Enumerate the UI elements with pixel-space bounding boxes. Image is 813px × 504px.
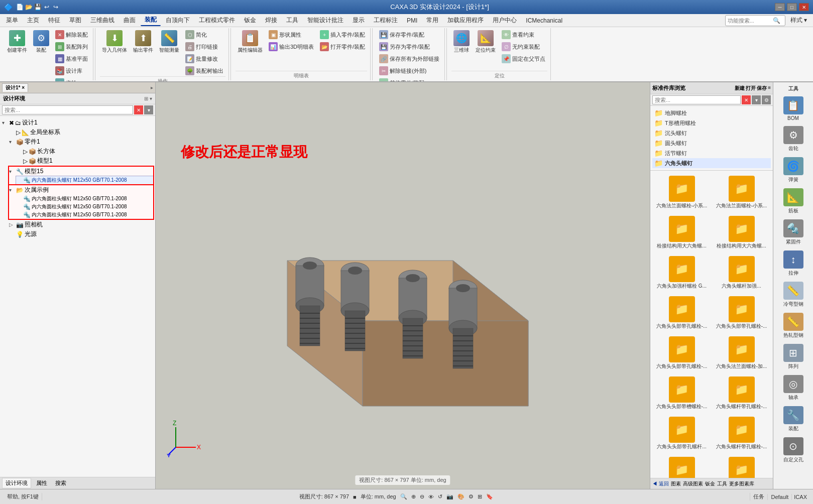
tree-node-bolt-2[interactable]: 🔩 内六角圆柱头螺钉 M12x50 GB/T70.1-2008	[16, 203, 153, 211]
parts-search-input[interactable]	[652, 95, 741, 104]
ribbon-btn-export-3d-detail[interactable]: 📊 输出3D明细表	[267, 41, 316, 52]
tool-btn-gear[interactable]: ⚙ 齿轮	[775, 124, 811, 154]
menu-样式[interactable]: 样式 ▾	[786, 15, 811, 26]
zoom-icon[interactable]: 🔍	[400, 493, 407, 500]
tree-node-bolt-1[interactable]: 🔩 内六角圆柱头螺钉 M12x50 GB/T70.1-2008	[16, 195, 153, 203]
parts-settings-btn[interactable]: ⚙	[762, 95, 771, 104]
menu-特征[interactable]: 特征	[44, 15, 64, 26]
ribbon-btn-export-part[interactable]: ⬆ 输出零件	[131, 29, 155, 54]
part-item-14[interactable]: 📁 六角头螺栓 六角螺栓-...	[653, 455, 710, 478]
folder-item-roundhead[interactable]: 📁圆头螺钉	[652, 138, 771, 148]
minimize-button[interactable]: ─	[775, 3, 785, 11]
menu-智能设计批注[interactable]: 智能设计批注	[303, 15, 347, 26]
part-item-13[interactable]: 📁 六角头螺杆带孔螺栓-...	[713, 415, 770, 452]
maximize-button[interactable]: □	[787, 3, 797, 11]
menu-主页[interactable]: 主页	[23, 15, 43, 26]
toolbar-open-icon[interactable]: 📂	[25, 3, 33, 11]
tool-btn-cold-steel[interactable]: 📏 冷弯型钢	[775, 280, 811, 310]
part-item-10[interactable]: 📁 六角头头部带槽螺栓-...	[653, 374, 710, 412]
menu-工具[interactable]: 工具	[282, 15, 302, 26]
ribbon-btn-import-geo[interactable]: ⬇ 导入几何体	[100, 29, 129, 54]
tree-node-model1[interactable]: ▷ 📦 模型1	[16, 156, 153, 166]
tree-node-light[interactable]: 💡 光源	[9, 229, 153, 239]
part-item-7[interactable]: 📁 六角头头部带孔螺栓-...	[713, 294, 770, 331]
menu-三维曲线[interactable]: 三维曲线	[86, 15, 119, 26]
snap-icon[interactable]: 🔖	[486, 493, 493, 500]
design-tab[interactable]: 设计1* ×	[2, 83, 28, 92]
tree-node-sub-example[interactable]: ▾ 📂 次属示例	[9, 185, 153, 195]
tree-search-clear-btn[interactable]: ✕	[134, 105, 143, 114]
panel-float-icon[interactable]: ⊞ ▾	[144, 96, 152, 101]
ribbon-btn-fix-parent2[interactable]: 📌 固定在父节点	[500, 53, 547, 64]
settings-icon2[interactable]: ⚙	[469, 493, 474, 500]
toolbar-redo-icon[interactable]: ↪	[52, 3, 60, 11]
part-item-1[interactable]: 📁 六角法兰面螺栓-小系...	[713, 174, 770, 211]
menu-ICMechanical[interactable]: ICMechanical	[522, 16, 566, 25]
ribbon-btn-create-part[interactable]: ✚ 创建零件	[5, 29, 29, 54]
tool-btn-extrude[interactable]: ↕ 拉伸	[775, 248, 811, 279]
tab-design-env[interactable]: 设计环境	[2, 478, 31, 488]
menu-用户中心[interactable]: 用户中心	[489, 15, 521, 26]
parts-back-btn[interactable]: ◀ 返回	[652, 480, 669, 487]
parts-filter-btn[interactable]: ▾	[752, 95, 761, 104]
ribbon-btn-batch-edit[interactable]: 📝 批量修改	[183, 53, 225, 64]
ribbon-btn-saveas-assembly[interactable]: 💾 另存为零件/装配	[377, 41, 432, 52]
tree-node-root[interactable]: ▾ ✖ 🗂 设计1	[2, 118, 153, 128]
right-panel-new-btn[interactable]: 新建	[735, 85, 745, 92]
ribbon-btn-view-constraint[interactable]: 👁 查看约束	[500, 29, 547, 40]
menu-工程模式零件[interactable]: 工程模式零件	[195, 15, 239, 26]
right-panel-open-btn[interactable]: 打开	[746, 85, 756, 92]
ribbon-search-box[interactable]: 🔍	[725, 15, 785, 26]
toolbar-undo-icon[interactable]: ↩	[43, 3, 51, 11]
ribbon-btn-open-part[interactable]: 📂 打开零件/装配	[318, 41, 367, 52]
ribbon-btn-shape-prop[interactable]: ▣ 形状属性	[267, 29, 316, 40]
ribbon-btn-no-constraint[interactable]: ∅ 无约束装配	[500, 41, 547, 52]
ribbon-btn-lib[interactable]: 📚 设计库	[53, 65, 90, 76]
part-item-5[interactable]: 📁 六角头螺杆加强...	[713, 254, 770, 291]
tree-node-bolt-3[interactable]: 🔩 内六角圆柱头螺钉 M12x50 GB/T70.1-2008	[16, 211, 153, 219]
viewport[interactable]: 修改后还是正常显现	[156, 82, 650, 489]
close-button[interactable]: ✕	[799, 3, 809, 11]
tree-search-input[interactable]	[2, 105, 133, 114]
folder-item-t-bolt[interactable]: 📁T形槽用螺栓	[652, 118, 771, 128]
ribbon-btn-3d-ball[interactable]: 🌐 三维球	[451, 29, 472, 54]
tree-node-global-coord[interactable]: ▷ 📐 全局坐标系	[9, 128, 153, 137]
menu-显示[interactable]: 显示	[349, 15, 369, 26]
tool-btn-hot-steel[interactable]: 📏 热轧型钢	[775, 311, 811, 341]
ribbon-btn-assembly[interactable]: ⚙ 装配	[31, 29, 51, 54]
folder-item-ground-bolt[interactable]: 📁地脚螺栓	[652, 108, 771, 118]
tool-btn-assembly-tool[interactable]: 🔧 装配	[775, 404, 811, 434]
tree-search-btn[interactable]: ▾	[144, 105, 153, 114]
tool-btn-array[interactable]: ⊞ 阵列	[775, 342, 811, 372]
part-item-0[interactable]: 📁 六角法兰面螺栓-小系...	[653, 174, 710, 211]
ribbon-btn-remove-assembly[interactable]: ✕ 解除装配	[53, 29, 90, 40]
part-item-11[interactable]: 📁 六角头螺杆带孔螺栓-...	[713, 374, 770, 412]
ribbon-btn-replace-part[interactable]: ↔ 替换零件/装配	[377, 77, 426, 81]
menu-钣金[interactable]: 钣金	[240, 15, 260, 26]
rotate-icon[interactable]: ↺	[438, 493, 442, 500]
ribbon-btn-datum[interactable]: ▦ 基准平面	[53, 53, 90, 64]
ribbon-btn-measure[interactable]: 📏 智能测量	[157, 29, 181, 54]
menu-常用[interactable]: 常用	[422, 15, 442, 26]
tool-btn-custom-hole[interactable]: ⊙ 自定义孔	[775, 435, 811, 465]
camera-icon[interactable]: 📷	[446, 493, 453, 500]
tree-node-model15[interactable]: ▾ 🔧 模型15	[9, 167, 153, 176]
tool-btn-fastener[interactable]: 🔩 紧固件	[775, 217, 811, 247]
menu-自顶向下[interactable]: 自顶向下	[162, 15, 194, 26]
grid-icon[interactable]: ⊞	[478, 493, 482, 500]
view-icon[interactable]: 👁	[428, 494, 434, 500]
right-panel-more-btn[interactable]: ≡	[768, 85, 771, 92]
folder-item-hexhead[interactable]: 📁六角头螺钉	[652, 158, 771, 168]
part-item-8[interactable]: 📁 六角头头部带孔螺栓-...	[653, 334, 710, 371]
tab-properties[interactable]: 属性	[33, 478, 50, 488]
tool-btn-rib[interactable]: 📐 筋板	[775, 186, 811, 216]
menu-曲面[interactable]: 曲面	[120, 15, 140, 26]
ribbon-btn-prop-editor[interactable]: 📋 属性编辑器	[236, 29, 265, 54]
menu-PMI[interactable]: PMI	[403, 16, 421, 25]
menu-加载应用程序[interactable]: 加载应用程序	[443, 15, 488, 26]
menu-工程标注[interactable]: 工程标注	[370, 15, 402, 26]
tree-node-camera[interactable]: ▷ 📷 照相机	[9, 220, 153, 229]
part-item-12[interactable]: 📁 六角头头部带孔螺杆...	[653, 415, 710, 452]
right-panel-save-btn[interactable]: 保存	[757, 85, 767, 92]
zoom-out-icon[interactable]: ⊖	[420, 493, 424, 500]
